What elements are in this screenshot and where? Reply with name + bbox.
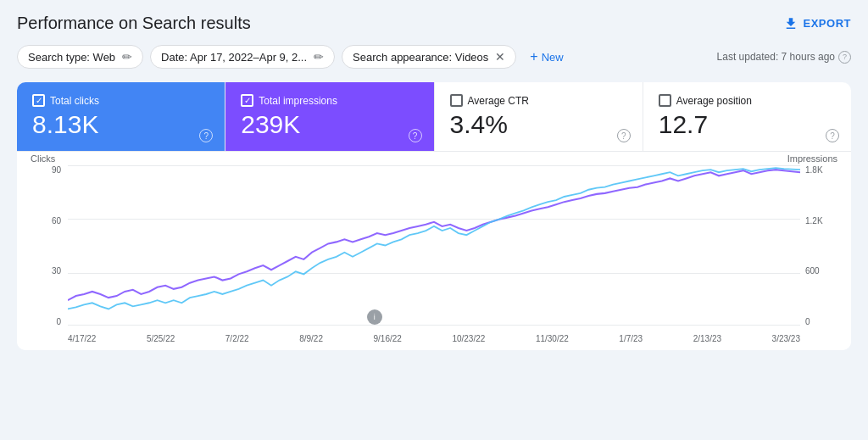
position-checkbox[interactable] (659, 94, 671, 107)
clicks-label: Total clicks (50, 95, 99, 107)
search-type-filter[interactable]: Search type: Web ✏ (17, 45, 143, 69)
clicks-value: 8.13K (32, 110, 209, 139)
y-labels-left: 90 60 30 0 (31, 165, 64, 326)
position-label: Average position (676, 95, 752, 107)
metric-avg-ctr[interactable]: Average CTR 3.4% ? (435, 82, 643, 151)
x-label-8: 2/13/23 (693, 334, 721, 343)
y-right-label-0: 0 (802, 317, 810, 326)
ctr-label: Average CTR (468, 95, 529, 107)
search-appearance-close-icon[interactable]: ✕ (495, 50, 505, 64)
metrics-chart-card: ✓ Total clicks 8.13K ? ✓ Total impressio… (17, 82, 851, 350)
impressions-label: Total impressions (259, 95, 337, 107)
metric-total-clicks[interactable]: ✓ Total clicks 8.13K ? (17, 82, 225, 151)
x-label-5: 10/23/22 (452, 334, 485, 343)
chart-svg (68, 165, 800, 326)
y-right-label-2: 1.2K (802, 216, 823, 226)
x-label-0: 4/17/22 (68, 334, 96, 343)
search-type-edit-icon[interactable]: ✏ (122, 50, 132, 64)
impressions-value: 239K (241, 110, 418, 139)
date-edit-icon[interactable]: ✏ (314, 50, 324, 64)
position-value: 12.7 (659, 110, 836, 139)
x-label-4: 9/16/22 (374, 334, 402, 343)
chart-wrapper: 90 60 30 0 1.8K 1.2K 600 0 Clicks Impres… (31, 165, 837, 343)
metrics-row: ✓ Total clicks 8.13K ? ✓ Total impressio… (17, 82, 851, 152)
y-left-label-3: 90 (52, 165, 64, 175)
position-info-icon[interactable]: ? (826, 129, 839, 142)
last-updated: Last updated: 7 hours ago ? (717, 51, 851, 64)
page-title: Performance on Search results (17, 14, 251, 33)
clicks-checkbox[interactable]: ✓ (32, 94, 45, 107)
metric-impressions-header: ✓ Total impressions (241, 94, 418, 107)
date-range-filter[interactable]: Date: Apr 17, 2022–Apr 9, 2... ✏ (150, 45, 335, 69)
add-filter-label: New (542, 51, 564, 64)
y-right-label-1: 600 (802, 266, 820, 276)
x-label-3: 8/9/22 (299, 334, 323, 343)
metric-clicks-header: ✓ Total clicks (32, 94, 209, 107)
add-filter-button[interactable]: + New (523, 45, 570, 69)
x-label-1: 5/25/22 (147, 334, 175, 343)
annotation-label: i (374, 313, 376, 321)
filters-row: Search type: Web ✏ Date: Apr 17, 2022–Ap… (17, 45, 851, 69)
ctr-checkbox[interactable] (450, 94, 463, 107)
metric-position-header: Average position (659, 94, 836, 107)
checkmark-icon: ✓ (244, 97, 251, 105)
impressions-line (68, 170, 800, 300)
export-label: EXPORT (804, 17, 851, 30)
metric-ctr-header: Average CTR (450, 94, 627, 107)
metric-avg-position[interactable]: Average position 12.7 ? (643, 82, 851, 151)
x-labels: 4/17/22 5/25/22 7/2/22 8/9/22 9/16/22 10… (68, 334, 800, 343)
y-axis-right-title: Impressions (787, 153, 837, 164)
y-right-label-3: 1.8K (802, 165, 823, 175)
impressions-checkbox[interactable]: ✓ (241, 94, 253, 107)
metric-total-impressions[interactable]: ✓ Total impressions 239K ? (225, 82, 434, 151)
search-appearance-label: Search appearance: Videos (353, 51, 488, 64)
checkmark-icon: ✓ (36, 97, 42, 105)
page-header: Performance on Search results EXPORT (17, 14, 851, 33)
ctr-value: 3.4% (450, 110, 627, 139)
ctr-info-icon[interactable]: ? (617, 129, 631, 142)
info-icon: ? (838, 51, 851, 64)
y-left-label-2: 60 (52, 216, 64, 226)
export-icon (783, 16, 798, 31)
annotation-dot[interactable]: i (367, 309, 382, 325)
chart-area: 90 60 30 0 1.8K 1.2K 600 0 Clicks Impres… (17, 152, 851, 350)
last-updated-text: Last updated: 7 hours ago (717, 51, 835, 63)
search-type-label: Search type: Web (28, 51, 115, 64)
x-label-2: 7/2/22 (225, 334, 249, 343)
page-container: Performance on Search results EXPORT Sea… (0, 0, 868, 359)
date-range-label: Date: Apr 17, 2022–Apr 9, 2... (161, 51, 307, 64)
x-label-7: 1/7/23 (619, 334, 643, 343)
clicks-info-icon[interactable]: ? (199, 129, 213, 142)
impressions-info-icon[interactable]: ? (409, 129, 422, 142)
x-label-9: 3/23/23 (772, 334, 800, 343)
export-button[interactable]: EXPORT (783, 16, 851, 31)
x-label-6: 11/30/22 (536, 334, 569, 343)
search-appearance-filter[interactable]: Search appearance: Videos ✕ (342, 45, 516, 69)
y-labels-right: 1.8K 1.2K 600 0 (802, 165, 837, 326)
y-left-label-0: 0 (56, 317, 64, 326)
y-left-label-1: 30 (52, 266, 64, 276)
add-icon: + (530, 49, 537, 64)
y-axis-left-title: Clicks (31, 153, 55, 164)
